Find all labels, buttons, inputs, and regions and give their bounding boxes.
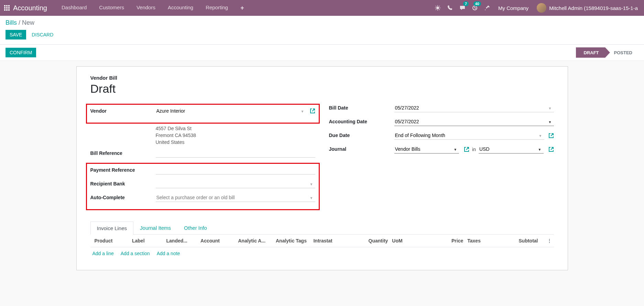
recipient-bank-label: Recipient Bank <box>90 180 156 186</box>
status-pills: DRAFT POSTED <box>576 47 638 58</box>
svg-rect-7 <box>6 9 8 11</box>
top-navbar: Accounting Dashboard Customers Vendors A… <box>0 0 644 16</box>
breadcrumb-current: New <box>22 19 34 26</box>
tabs: Invoice Lines Journal Items Other Info <box>90 221 554 235</box>
menu-add[interactable]: + <box>234 0 250 16</box>
menu-customers[interactable]: Customers <box>93 0 130 16</box>
col-landed: Landed... <box>164 238 199 243</box>
vendor-addr-2: Fremont CA 94538 <box>156 132 315 139</box>
currency-input[interactable] <box>479 145 544 154</box>
form-title: Draft <box>90 82 554 95</box>
col-subtotal: Subtotal <box>517 238 545 243</box>
recipient-bank-input[interactable] <box>156 180 315 188</box>
status-posted[interactable]: POSTED <box>605 47 638 58</box>
tab-other-info[interactable]: Other Info <box>177 221 214 234</box>
col-analytic-account: Analytic A... <box>236 238 274 243</box>
due-date-label: Due Date <box>329 131 394 138</box>
menu-accounting[interactable]: Accounting <box>162 0 199 16</box>
phone-icon[interactable] <box>444 0 456 16</box>
tabs-wrap: Invoice Lines Journal Items Other Info P… <box>90 221 554 260</box>
auto-complete-input[interactable] <box>156 193 315 202</box>
line-actions: Add a line Add a section Add a note <box>90 247 554 260</box>
user-name: Mitchell Admin (15894019-saas-15-1-a <box>549 5 638 11</box>
menu-dashboard[interactable]: Dashboard <box>55 0 93 16</box>
svg-rect-8 <box>8 9 10 11</box>
col-quantity: Quantity <box>359 238 390 243</box>
right-column: Bill Date ▼ Accounting Date ▼ Due Date <box>329 104 554 213</box>
user-menu[interactable]: Mitchell Admin (15894019-saas-15-1-a <box>533 3 641 13</box>
table-header: Product Label Landed... Account Analytic… <box>90 235 554 247</box>
accounting-date-label: Accounting Date <box>329 117 394 124</box>
add-line-link[interactable]: Add a line <box>92 251 114 256</box>
external-link-icon[interactable] <box>464 147 469 152</box>
left-column: Vendor ▼ <box>90 104 315 213</box>
external-link-icon[interactable] <box>310 108 315 114</box>
bill-date-label: Bill Date <box>329 104 394 111</box>
activities-badge: 40 <box>473 1 481 6</box>
col-analytic-tags: Analytic Tags <box>274 238 311 243</box>
app-brand[interactable]: Accounting <box>13 4 47 12</box>
main-menu: Dashboard Customers Vendors Accounting R… <box>55 0 250 16</box>
add-section-link[interactable]: Add a section <box>121 251 150 256</box>
bill-ref-label: Bill Reference <box>90 149 156 156</box>
svg-rect-2 <box>8 5 10 7</box>
form-sheet: Vendor Bill Draft Vendor ▼ <box>76 66 568 270</box>
add-note-link[interactable]: Add a note <box>157 251 180 256</box>
accounting-date-input[interactable] <box>394 117 554 126</box>
col-intrastat: Intrastat <box>311 238 359 243</box>
bill-ref-input[interactable] <box>156 149 315 158</box>
svg-rect-0 <box>4 5 6 7</box>
messages-badge: 7 <box>463 1 469 6</box>
col-price: Price <box>441 238 466 243</box>
external-link-icon[interactable] <box>548 147 554 152</box>
col-product: Product <box>92 238 130 243</box>
status-draft[interactable]: DRAFT <box>576 47 605 58</box>
form-subtitle: Vendor Bill <box>90 75 554 81</box>
due-date-input[interactable] <box>394 131 544 140</box>
status-bar: CONFIRM DRAFT POSTED <box>0 45 644 61</box>
svg-rect-5 <box>8 7 10 9</box>
menu-vendors[interactable]: Vendors <box>130 0 162 16</box>
payment-highlight: Payment Reference Recipient Bank ▼ A <box>86 163 320 210</box>
tab-journal-items[interactable]: Journal Items <box>133 221 177 234</box>
tools-icon[interactable] <box>481 0 493 16</box>
vendor-label: Vendor <box>90 107 156 114</box>
svg-rect-3 <box>4 7 6 9</box>
breadcrumb-sep: / <box>17 19 22 26</box>
kebab-icon[interactable]: ⋮ <box>545 238 552 243</box>
svg-rect-1 <box>6 5 8 7</box>
vendor-addr-3: United States <box>156 139 315 146</box>
vendor-input[interactable] <box>156 107 306 115</box>
messages-icon[interactable]: 7 <box>456 0 469 16</box>
save-button[interactable]: SAVE <box>6 30 26 39</box>
activities-icon[interactable]: 40 <box>469 0 481 16</box>
svg-rect-4 <box>6 7 8 9</box>
payment-ref-input[interactable] <box>156 166 315 174</box>
journal-label: Journal <box>329 145 394 152</box>
col-taxes: Taxes <box>465 238 516 243</box>
external-link-icon[interactable] <box>548 133 554 138</box>
apps-icon[interactable] <box>4 5 10 11</box>
vendor-addr-1: 4557 De Silva St <box>156 125 315 132</box>
payment-ref-label: Payment Reference <box>90 166 156 173</box>
col-label: Label <box>130 238 164 243</box>
bill-date-input[interactable] <box>394 104 554 112</box>
vendor-highlight: Vendor ▼ <box>86 104 320 124</box>
menu-reporting[interactable]: Reporting <box>199 0 234 16</box>
confirm-button[interactable]: CONFIRM <box>6 48 36 57</box>
svg-rect-6 <box>4 9 6 11</box>
tab-invoice-lines[interactable]: Invoice Lines <box>90 222 134 235</box>
journal-input[interactable] <box>394 145 459 154</box>
user-avatar-icon <box>537 3 546 13</box>
breadcrumb-bills[interactable]: Bills <box>6 19 17 26</box>
col-uom: UoM <box>390 238 441 243</box>
svg-point-9 <box>436 7 439 9</box>
discard-button[interactable]: DISCARD <box>28 30 57 39</box>
debug-icon[interactable] <box>432 0 444 16</box>
auto-complete-label: Auto-Complete <box>90 193 156 200</box>
company-selector[interactable]: My Company <box>493 5 533 11</box>
control-panel: Bills / New SAVE DISCARD <box>0 16 644 45</box>
breadcrumb: Bills / New <box>6 19 638 26</box>
col-account: Account <box>198 238 236 243</box>
journal-in-label: in <box>472 147 476 152</box>
